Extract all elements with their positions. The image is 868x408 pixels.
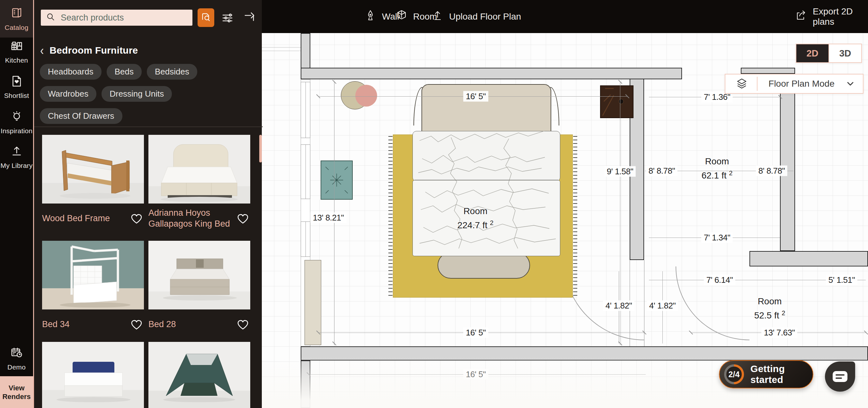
teal-rug[interactable]	[320, 161, 353, 200]
chat-button[interactable]	[825, 362, 855, 392]
export-label: Export 2D plans	[813, 6, 868, 27]
dimension-label: 8' 8.78"	[646, 166, 678, 176]
chip-beds[interactable]: Beds	[107, 64, 142, 79]
dimension-label: 16' 5"	[463, 369, 488, 380]
dimension-label: 7' 1.34"	[701, 232, 733, 243]
sidebar-label: Demo	[7, 363, 26, 371]
sidebar-label: Catalog	[5, 24, 29, 31]
collapse-panel-icon[interactable]	[243, 11, 256, 24]
getting-started-button[interactable]: 2/4 Getting started	[719, 360, 813, 388]
wall[interactable]	[749, 251, 868, 266]
top-toolbar: Wall Room Upload Floor Plan Export 2D pl…	[262, 0, 868, 33]
progress-ring: 2/4	[724, 364, 744, 384]
filters-icon[interactable]	[221, 11, 234, 24]
wall[interactable]	[301, 33, 310, 68]
wall-tool-button[interactable]: Wall	[364, 0, 399, 33]
favorite-heart-icon[interactable]	[236, 317, 250, 332]
sidebar-item-catalog[interactable]: Catalog	[0, 0, 33, 38]
sidebar-item-demo[interactable]: Demo	[0, 346, 33, 371]
window[interactable]	[301, 222, 310, 257]
product-card[interactable]	[42, 342, 144, 408]
product-card[interactable]	[148, 342, 250, 408]
demo-calendar-icon	[10, 346, 24, 361]
sidebar-item-shortlist[interactable]: Shortlist	[0, 74, 33, 100]
chip-chest-of-drawers[interactable]: Chest Of Drawers	[40, 108, 122, 124]
progress-count: 2/4	[724, 364, 744, 384]
dimension-label: 7' 6.14"	[704, 275, 735, 285]
wall[interactable]	[741, 68, 795, 74]
image-search-icon	[200, 12, 211, 24]
product-card[interactable]: Bed 34	[42, 241, 144, 336]
view-renders-label: View Renders	[0, 384, 33, 401]
product-name: Adrianna Hoyos Gallapagos King Bed	[148, 207, 236, 229]
image-search-button[interactable]	[197, 8, 214, 27]
favorite-heart-icon[interactable]	[236, 211, 250, 226]
sidebar-item-kitchen[interactable]: Kitchen	[0, 39, 33, 64]
back-chevron-icon[interactable]: ‹	[40, 45, 44, 56]
export-icon	[795, 9, 808, 24]
getting-started-label: Getting started	[750, 363, 813, 385]
kitchen-icon	[10, 39, 24, 54]
product-card[interactable]: Adrianna Hoyos Gallapagos King Bed	[148, 135, 250, 230]
product-card[interactable]: Wood Bed Frame	[42, 135, 144, 230]
upload-label: Upload Floor Plan	[449, 11, 521, 22]
inspiration-icon	[10, 110, 24, 125]
category-chips: Headboards Beds Bedsides Wardrobes Dress…	[40, 64, 252, 124]
window[interactable]	[301, 82, 310, 138]
pen-nib-icon	[364, 9, 377, 24]
view-renders-button[interactable]: View Renders	[0, 376, 33, 408]
corner-closet[interactable]	[600, 86, 633, 118]
sidebar-item-my-library[interactable]: My Library	[0, 144, 33, 169]
wall[interactable]	[301, 361, 310, 408]
favorite-heart-icon[interactable]	[129, 211, 144, 226]
window[interactable]	[301, 144, 310, 199]
dimension-label: 16' 5"	[463, 328, 488, 338]
product-image	[148, 342, 250, 408]
dimension-label: 5' 1.51"	[826, 275, 858, 285]
room-area-label: Room 62.1 ft 2	[702, 156, 733, 181]
product-name: Bed 34	[42, 319, 129, 330]
catalog-panel: ‹ Bedroom Furniture Headboards Beds Beds…	[33, 0, 262, 408]
room-area-label: Room 52.5 ft 2	[754, 296, 785, 321]
panel-scrollbar[interactable]	[259, 135, 262, 163]
dimension-label: 4' 1.82"	[647, 301, 678, 311]
my-library-icon	[10, 144, 24, 159]
wall[interactable]	[301, 346, 868, 361]
sidebar-label: Kitchen	[5, 57, 28, 64]
upload-icon	[431, 9, 444, 24]
wall-line	[262, 47, 301, 47]
plant-circle[interactable]	[355, 85, 377, 107]
product-name: Wood Bed Frame	[42, 213, 129, 224]
chip-headboards[interactable]: Headboards	[40, 64, 101, 79]
export-2d-plans-button[interactable]: Export 2D plans	[795, 0, 868, 33]
toggle-2d[interactable]: 2D	[796, 44, 829, 62]
chip-wardrobes[interactable]: Wardrobes	[40, 86, 96, 102]
wall-line	[262, 51, 301, 51]
chip-dressing-units[interactable]: Dressing Units	[101, 86, 172, 102]
headboard-wing	[413, 87, 423, 126]
chevron-down-icon	[845, 79, 855, 89]
product-image	[42, 342, 144, 408]
favorite-heart-icon[interactable]	[129, 317, 144, 332]
upload-floor-plan-button[interactable]: Upload Floor Plan	[431, 0, 521, 33]
sidebar-label: My Library	[0, 162, 32, 169]
product-card[interactable]: Bed 28	[148, 241, 250, 336]
wall[interactable]	[301, 68, 682, 79]
product-image	[148, 135, 250, 204]
search-input[interactable]	[60, 12, 183, 23]
floor-plan-mode-dropdown[interactable]: Floor Plan Mode	[725, 74, 864, 94]
catalog-icon	[10, 6, 24, 21]
category-header: ‹ Bedroom Furniture	[40, 45, 138, 56]
left-nav-rail: Catalog Kitchen Shortlist Inspiration My…	[0, 0, 33, 408]
chat-bubble-icon	[833, 371, 847, 382]
dimension-label: 8' 8.78"	[756, 166, 787, 176]
dimension-label: 13' 7.63"	[761, 328, 797, 338]
mode-label: Floor Plan Mode	[757, 79, 845, 89]
toggle-3d[interactable]: 3D	[829, 44, 861, 62]
sidebar-item-inspiration[interactable]: Inspiration	[0, 110, 33, 135]
shortlist-icon	[10, 74, 24, 89]
chip-bedsides[interactable]: Bedsides	[147, 64, 197, 79]
dimension-label: 4' 1.82"	[603, 301, 634, 311]
headboard-wing	[550, 87, 559, 126]
wall[interactable]	[780, 79, 795, 251]
